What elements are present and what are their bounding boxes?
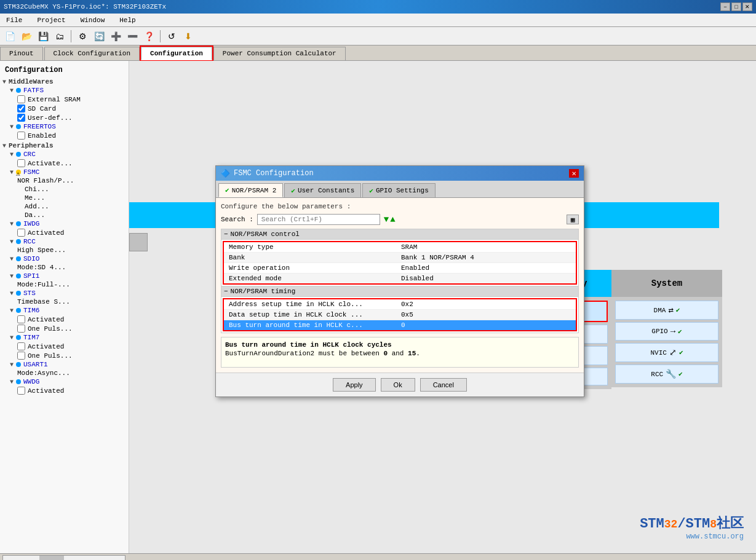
iwdg-activated-item: Activated (15, 228, 129, 237)
menu-project[interactable]: Project (33, 15, 69, 25)
tim6-activated-checkbox[interactable] (17, 315, 25, 323)
toolbar-refresh[interactable]: 🔄 (92, 29, 106, 44)
tab-power[interactable]: Power Consumption Calculator (213, 47, 346, 60)
tree-sdio[interactable]: ▼ SDIO (7, 254, 129, 263)
horizontal-scrollbar[interactable] (2, 555, 125, 561)
collapse-icon-1[interactable]: − (224, 231, 228, 238)
menu-help[interactable]: Help (116, 15, 139, 25)
tree-usart1[interactable]: ▼ USART1 (7, 360, 129, 369)
ok-button[interactable]: Ok (381, 378, 415, 392)
toolbar-save[interactable]: 💾 (36, 29, 50, 44)
collapse-icon-2[interactable]: − (224, 288, 228, 295)
expand-middlewares: ▼ (2, 79, 6, 85)
tim6-onepulse-checkbox[interactable] (17, 325, 25, 333)
sd-card-checkbox[interactable] (17, 105, 25, 112)
dialog-close-button[interactable]: ✕ (569, 169, 579, 178)
nvic-button[interactable]: NVIC ⤢ ✔ (615, 343, 718, 362)
tab-pinout[interactable]: Pinout (0, 47, 43, 60)
toolbar-download[interactable]: ⬇ (181, 29, 196, 44)
tree-freertos[interactable]: ▼ FREERTOS (7, 122, 129, 131)
tim6-label[interactable]: TIM6 (23, 307, 39, 314)
user-def-checkbox[interactable] (17, 114, 25, 122)
freertos-label[interactable]: FREERTOS (23, 123, 56, 130)
data-setup-value: 0x5 (396, 310, 576, 320)
minimize-button[interactable]: − (720, 2, 730, 11)
iwdg-label[interactable]: IWDG (23, 220, 39, 227)
toolbar-add[interactable]: ➕ (108, 29, 123, 44)
bus-turnaround-row[interactable]: Bus turn around time in HCLK c... 0 (224, 320, 576, 331)
crc-label[interactable]: CRC (23, 151, 36, 158)
section-peripherals[interactable]: ▼ Peripherals (0, 141, 129, 150)
tree-crc[interactable]: ▼ CRC (7, 150, 129, 159)
user-def-label: User-def... (28, 114, 73, 122)
wwdg-label[interactable]: WWDG (23, 378, 39, 385)
dma-button[interactable]: DMA ⇄ ✔ (615, 301, 718, 320)
menu-window[interactable]: Window (77, 15, 109, 25)
tree-wwdg[interactable]: ▼ WWDG (7, 377, 129, 386)
cancel-button[interactable]: Cancel (420, 378, 467, 392)
tim7-activated-checkbox[interactable] (17, 342, 25, 350)
fatfs-label[interactable]: FATFS (23, 87, 44, 94)
tree-tim6[interactable]: ▼ TIM6 (7, 306, 129, 315)
search-down-arrow[interactable]: ▼ (384, 215, 389, 224)
section-middlewares[interactable]: ▼ MiddleWares (0, 77, 129, 86)
sidebar: Configuration ▼ MiddleWares ▼ FATFS Exte… (0, 61, 129, 553)
timing-params-group: Address setup time in HCLK clo... 0x2 Da… (223, 298, 577, 331)
maximize-button[interactable]: □ (731, 2, 741, 11)
table-view-icon[interactable]: ▦ (567, 215, 579, 224)
tree-fatfs[interactable]: ▼ FATFS (7, 86, 129, 95)
usart1-label[interactable]: USART1 (23, 361, 48, 368)
gpio-button[interactable]: GPIO → ✔ (615, 322, 718, 341)
sdio-label[interactable]: SDIO (23, 255, 39, 262)
peripherals-label: Peripherals (9, 142, 54, 149)
tim6-onepulse-label: One Puls... (28, 325, 73, 333)
sdio-children: Mode:SD 4... (15, 263, 129, 272)
iwdg-activated-checkbox[interactable] (17, 229, 25, 237)
toolbar-settings[interactable]: ⚙ (75, 29, 90, 44)
usart1-dot (16, 362, 21, 367)
toolbar-new[interactable]: 📄 (2, 29, 17, 44)
search-up-arrow[interactable]: ▲ (390, 215, 395, 224)
tim7-dot (16, 335, 21, 340)
search-input[interactable] (257, 214, 380, 225)
dialog-tab-norpsram[interactable]: ✔ NOR/PSRAM 2 (218, 183, 283, 197)
wwdg-activated-checkbox[interactable] (17, 387, 25, 395)
sts-label[interactable]: STS (23, 290, 36, 297)
freertos-enabled-checkbox[interactable] (17, 132, 25, 140)
tree-sts[interactable]: ▼ STS (7, 289, 129, 298)
tree-iwdg[interactable]: ▼ IWDG (7, 219, 129, 228)
toolbar-remove[interactable]: ➖ (125, 29, 140, 44)
fsmc-label[interactable]: FSMC (23, 168, 39, 176)
external-sram-checkbox[interactable] (17, 95, 25, 103)
tree-fsmc[interactable]: ▼ ⚠ FSMC (7, 168, 129, 176)
rcc-label[interactable]: RCC (23, 238, 36, 245)
expand-wwdg: ▼ (10, 379, 14, 385)
toolbar-open[interactable]: 📂 (19, 29, 34, 44)
norpsram-timing-header: − NOR/PSRAM timing (221, 286, 578, 297)
rcc-sys-button[interactable]: RCC 🔧 ✔ (615, 365, 718, 384)
tree-rcc[interactable]: ▼ RCC (7, 237, 129, 246)
usart1-mode-label: Mode:Async... (17, 369, 70, 377)
tim7-label[interactable]: TIM7 (23, 334, 39, 341)
tree-spi1[interactable]: ▼ SPI1 (7, 272, 129, 280)
watermark: STM32/STM8社区 www.stmcu.org (640, 514, 744, 541)
toolbar-help[interactable]: ❓ (141, 29, 156, 44)
menu-file[interactable]: File (2, 15, 26, 25)
freertos-enabled-item: Enabled (15, 131, 129, 140)
spi1-label[interactable]: SPI1 (23, 272, 39, 280)
close-button[interactable]: ✕ (742, 2, 752, 11)
dialog-tab-userconstants[interactable]: ✔ User Constants (284, 183, 361, 197)
sts-timebase-label: Timebase S... (17, 298, 70, 306)
tab-clock[interactable]: Clock Configuration (44, 47, 140, 60)
crc-activated-label: Activate... (28, 160, 73, 167)
toolbar-save-as[interactable]: 🗂 (52, 29, 67, 44)
norpsram-timing-label: NOR/PSRAM timing (231, 288, 296, 295)
tab-configuration[interactable]: Configuration (141, 47, 212, 60)
tree-tim7[interactable]: ▼ TIM7 (7, 333, 129, 342)
dialog-tab-gpiosettings[interactable]: ✔ GPIO Settings (362, 183, 435, 197)
tim7-onepulse-checkbox[interactable] (17, 352, 25, 360)
toolbar-undo[interactable]: ↺ (164, 29, 179, 44)
dma-btn-label: DMA (654, 307, 666, 314)
apply-button[interactable]: Apply (333, 378, 376, 392)
crc-activated-checkbox[interactable] (17, 159, 25, 167)
